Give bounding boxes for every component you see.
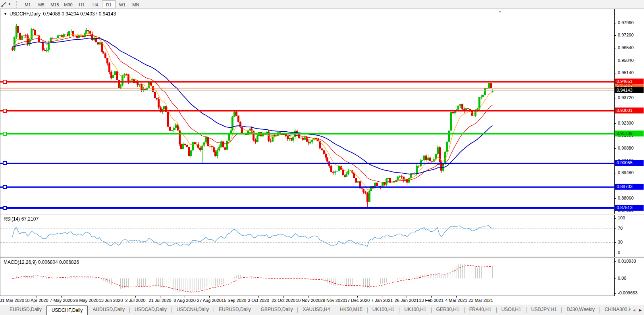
chart-area: ▼ USDCHF,Daily 0.94088 0.94204 0.94037 0…	[0, 9, 644, 296]
symbol-tab-usdcad-daily[interactable]: USDCAD,Daily	[130, 305, 172, 315]
tab-scroll-left-button[interactable]: ◄	[632, 308, 636, 312]
price-axis-tickmark	[615, 61, 616, 61]
price-level-label[interactable]: 0.93001	[615, 108, 644, 113]
rsi-axis-tick: 100	[618, 215, 625, 220]
chart-shift-marker-icon[interactable]: ▾	[499, 10, 501, 14]
price-axis-tick: 0.88060	[618, 196, 634, 200]
panel-splitter[interactable]	[0, 214, 644, 215]
date-axis-label: 4 Mar 2021	[445, 298, 467, 303]
trendline-tool-icon[interactable]	[0, 1, 8, 8]
symbol-tab-hk50-m15[interactable]: HK50,M15	[335, 305, 367, 315]
chevron-down-icon[interactable]: ▼	[8, 2, 11, 6]
date-axis-label: 28 Nov 2020	[320, 298, 345, 303]
date-axis-label: 26 May 2020	[73, 298, 98, 303]
timeframe-button-h1[interactable]: H1	[75, 0, 89, 8]
date-axis-tickmark	[308, 296, 309, 298]
date-axis-label: 31 Mar 2020	[0, 298, 24, 303]
price-axis-tick: 0.92300	[618, 121, 634, 125]
price-axis-tick: 0.89480	[618, 170, 634, 175]
symbol-tab-usdjpy-h1[interactable]: USDJPY,H1	[526, 305, 561, 315]
date-axis-label: 22 Oct 2020	[272, 298, 295, 303]
date-axis-label: 18 Apr 2020	[25, 298, 48, 303]
rsi-indicator-label: RSI(14) 67.2107	[4, 216, 39, 222]
symbol-tab-usdcnh-daily[interactable]: USDCNH,Daily	[172, 305, 214, 315]
date-axis-tickmark	[481, 296, 481, 298]
date-axis-label: 8 Aug 2020	[174, 298, 196, 303]
price-axis-tickmark	[615, 148, 616, 149]
date-axis-label: 7 May 2020	[50, 298, 72, 303]
price-axis-tickmark	[615, 35, 616, 36]
rsi-axis-tickmark	[615, 253, 616, 253]
price-chart-canvas[interactable]	[0, 9, 614, 296]
date-axis-label: 17 Dec 2020	[345, 298, 370, 303]
macd-axis-tickmark	[615, 279, 616, 279]
symbol-tab-uk100-h1[interactable]: UK100,H1	[368, 305, 399, 315]
date-axis-tickmark	[382, 296, 382, 298]
price-level-label[interactable]: 0.87513	[615, 205, 644, 211]
price-level-label[interactable]: 0.94651	[615, 79, 644, 85]
price-level-label[interactable]: 0.88703	[615, 184, 644, 190]
date-axis-tickmark	[234, 296, 234, 298]
date-axis-label: 3 Oct 2020	[248, 298, 269, 303]
symbol-tab-eurusd-daily[interactable]: EURUSD,Daily	[5, 305, 46, 315]
rsi-axis-tick: 0	[618, 250, 620, 255]
date-axis-tickmark	[86, 296, 86, 298]
symbol-tab-fra40-h1[interactable]: FRA40,H1	[465, 305, 496, 315]
price-level-label[interactable]: 0.94143	[615, 87, 644, 93]
chart-symbol-label: USDCHF,Daily	[10, 11, 41, 17]
symbol-tab-usdchf-daily[interactable]: USDCHF,Daily	[46, 305, 88, 315]
price-axis-tick: 0.96540	[618, 45, 634, 50]
rsi-axis-tick: 30	[618, 240, 623, 244]
timeframe-buttons: M1M5M15M30H1H4D1W1MN	[21, 0, 143, 8]
macd-axis-tickmark	[615, 293, 616, 294]
timeframe-button-m1[interactable]: M1	[21, 0, 35, 8]
timeframe-button-m15[interactable]: M15	[48, 0, 62, 8]
date-axis-label: 13 Feb 2021	[419, 298, 443, 303]
symbol-tab-ger30-h1[interactable]: GER30,H1	[432, 305, 464, 315]
panel-splitter[interactable]	[0, 257, 644, 258]
price-axis-tick: 0.93720	[618, 95, 634, 100]
price-axis-tickmark	[615, 98, 616, 98]
macd-axis-tick: 0.00	[618, 276, 626, 280]
macd-axis-tick: -0.009653	[618, 290, 638, 295]
date-axis-tickmark	[357, 296, 358, 298]
symbol-tab-eurusd-daily[interactable]: EURUSD,Daily	[214, 305, 256, 315]
symbol-tab-gbpusd-daily[interactable]: GBPUSD,Daily	[256, 305, 298, 315]
price-level-label[interactable]: 0.90055	[615, 160, 644, 166]
price-axis-tickmark	[615, 211, 616, 211]
date-axis-tickmark	[160, 296, 160, 298]
date-axis-tickmark	[456, 296, 457, 298]
timeframe-button-d1[interactable]: D1	[102, 0, 116, 8]
timeframe-button-w1[interactable]: W1	[116, 0, 129, 8]
date-axis-tickmark	[431, 296, 432, 298]
price-axis[interactable]: 0.979600.972600.965400.958400.951400.944…	[614, 9, 644, 296]
date-axis[interactable]: 31 Mar 202018 Apr 20207 May 202026 May 2…	[0, 296, 644, 305]
date-axis-label: 21 Jul 2020	[149, 298, 172, 303]
timeframe-button-mn[interactable]: MN	[129, 0, 143, 8]
timeframe-button-h4[interactable]: H4	[89, 0, 102, 8]
price-axis-tick: 0.95840	[618, 58, 634, 63]
price-axis-tick: 0.95140	[618, 70, 634, 75]
symbol-tab-usoil-h1[interactable]: USOil,H1	[497, 305, 526, 315]
date-axis-tickmark	[333, 296, 333, 298]
toolbar-grip	[16, 1, 18, 8]
timeframe-button-m30[interactable]: M30	[62, 0, 75, 8]
date-axis-label: 27 Aug 2020	[197, 298, 222, 303]
date-axis-tickmark	[258, 296, 259, 298]
date-axis-tickmark	[283, 296, 284, 298]
triangle-down-icon[interactable]: ▼	[4, 12, 7, 16]
tab-scroll-right-button[interactable]: ►	[638, 308, 642, 312]
symbol-tab-uk100-h1[interactable]: UK100,H1	[399, 305, 431, 315]
symbol-tab-xauusd-h4[interactable]: XAUUSD,H4	[298, 305, 335, 315]
price-level-label[interactable]: 0.91709	[615, 131, 644, 136]
symbol-tab-dj30-weekly[interactable]: DJ30,Weekly	[562, 305, 599, 315]
price-axis-tick: 0.97260	[618, 33, 634, 37]
date-axis-tickmark	[12, 296, 12, 298]
symbol-tab-audusd-daily[interactable]: AUDUSD,Daily	[88, 305, 129, 315]
symbol-tab-bar: EURUSD,DailyUSDCHF,DailyAUDUSD,DailyUSDC…	[0, 305, 644, 315]
date-axis-tickmark	[209, 296, 210, 298]
price-axis-tickmark	[615, 73, 616, 73]
date-axis-label: 26 Jan 2021	[395, 298, 419, 303]
date-axis-label: 13 Jun 2020	[99, 298, 123, 303]
timeframe-button-m5[interactable]: M5	[35, 0, 48, 8]
